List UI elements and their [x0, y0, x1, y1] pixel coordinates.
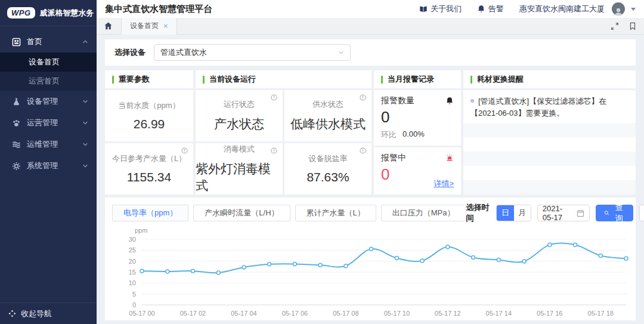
chart-tabs: 电导率（ppm） 产水瞬时流量（L/H） 累计产水量（L） 出口压力（MPa） [112, 205, 466, 221]
about-us-link[interactable]: 关于我们 [419, 4, 462, 14]
card-header: 重要参数 [105, 70, 193, 88]
date-value: 2021-05-17 [543, 204, 574, 222]
query-button[interactable]: 查询 [596, 205, 633, 221]
accent-bar [470, 76, 472, 84]
sidebar-item-label: 设备管理 [27, 96, 76, 107]
route-tabbar: 设备首页 × [97, 18, 644, 35]
svg-text:05-17 14: 05-17 14 [486, 310, 512, 317]
main-content: 选择设备 管道式直饮水 重要参数 当前水质（ppm） 26.99 [97, 35, 644, 324]
account-name[interactable]: 惠安直饮水闽南建工大厦 [519, 4, 605, 14]
accent-bar [203, 76, 205, 84]
bell-icon [445, 97, 454, 105]
sidebar: WPG 威派格智慧水务 首页 设备首页 运营首页 设备管理 [0, 0, 97, 324]
alarm-detail-link[interactable]: 详情> [434, 178, 454, 189]
sidebar-item-label: 首页 [27, 36, 76, 47]
waves-icon [12, 140, 21, 149]
device-select-dropdown[interactable]: 管道式直饮水 [154, 44, 351, 61]
svg-text:30: 30 [129, 236, 136, 243]
metric-label: 设备脱盐率 [309, 153, 348, 164]
sidebar-item-label: 设备首页 [29, 57, 60, 67]
tab-device-home[interactable]: 设备首页 × [121, 18, 177, 35]
metric-value: 紫外灯消毒模式 [196, 161, 283, 194]
tab-total-output[interactable]: 累计产水量（L） [295, 205, 376, 221]
sidebar-item-system-mgmt[interactable]: 系统管理 [0, 155, 97, 177]
metric-label: 当前水质（ppm） [118, 100, 179, 111]
svg-text:0: 0 [132, 301, 136, 308]
time-select-label: 选择时间 [466, 202, 491, 224]
metric-label: 运行状态 [224, 99, 255, 110]
ratio-label: 环比 [381, 129, 397, 140]
tab-instant-flow[interactable]: 产水瞬时流量（L/H） [193, 205, 290, 221]
gear-icon [12, 162, 21, 171]
metric-supply-status: 供水状态 低峰供水模式 [284, 90, 371, 141]
stat-cards: 重要参数 当前水质（ppm） 26.99 今日参考产水量（L） 1155.34 [105, 70, 636, 193]
metric-water-quality: 当前水质（ppm） 26.99 [105, 90, 193, 141]
bookmark-icon[interactable] [628, 22, 637, 30]
date-picker[interactable]: 2021-05-17 [537, 205, 590, 221]
alarm-label: 告警 [488, 4, 504, 14]
info-icon[interactable] [360, 147, 366, 154]
running-row-2: 消毒模式 紫外灯消毒模式 设备脱盐率 87.63% [196, 143, 371, 195]
svg-text:05-17 16: 05-17 16 [537, 310, 562, 317]
svg-text:05-17 02: 05-17 02 [180, 310, 206, 317]
caret-down-icon[interactable] [631, 8, 636, 11]
paw-icon [12, 119, 21, 128]
metric-value: 1155.34 [127, 170, 171, 184]
sidebar-item-home[interactable]: 首页 [0, 31, 97, 53]
alarm-link[interactable]: 告警 [477, 4, 504, 14]
home-icon[interactable] [104, 21, 113, 30]
metric-desalination-rate: 设备脱盐率 87.63% [284, 143, 371, 195]
metric-value: 产水状态 [214, 116, 264, 132]
sidebar-item-device-mgmt[interactable]: 设备管理 [0, 91, 97, 112]
about-us-label: 关于我们 [431, 4, 462, 14]
accent-bar [381, 76, 383, 84]
sidebar-item-device-home[interactable]: 设备首页 [0, 53, 97, 72]
close-icon[interactable]: × [163, 21, 168, 30]
alarm-count-value: 0 [381, 109, 454, 126]
day-toggle-button[interactable]: 日 [497, 205, 513, 221]
search-icon [604, 209, 609, 217]
card-header: 当月报警记录 [374, 70, 461, 88]
top-header: 集中式直饮水智慧管理平台 关于我们 告警 惠安直饮水闽南建工大厦 [97, 0, 644, 18]
info-icon[interactable] [271, 94, 277, 101]
list-row [463, 137, 636, 152]
month-toggle-button[interactable]: 月 [514, 205, 531, 221]
collapse-nav-button[interactable]: 收起导航 [0, 303, 97, 324]
reset-button[interactable]: 重置 [639, 205, 644, 221]
chevron-up-icon [82, 39, 88, 45]
svg-text:ppm: ppm [135, 227, 147, 234]
header-actions: 关于我们 告警 惠安直饮水闽南建工大厦 [419, 2, 636, 16]
conductivity-line-chart: 051015202530ppm05-17 0005-17 0205-17 040… [112, 226, 638, 323]
tabbar-tools [611, 22, 637, 30]
chart-controls: 电导率（ppm） 产水瞬时流量（L/H） 累计产水量（L） 出口压力（MPa） … [112, 202, 628, 224]
sidebar-item-operation-mgmt[interactable]: 运营管理 [0, 112, 97, 134]
sidebar-item-maintenance-mgmt[interactable]: 运维管理 [0, 134, 97, 155]
brand: WPG 威派格智慧水务 [0, 0, 97, 26]
svg-text:25: 25 [129, 246, 136, 254]
sidebar-item-label: 运营管理 [27, 118, 76, 128]
svg-text:05-17 10: 05-17 10 [384, 310, 410, 317]
collapse-icon [8, 310, 16, 317]
info-icon[interactable] [360, 94, 366, 101]
tab-outlet-pressure[interactable]: 出口压力（MPa） [381, 205, 466, 221]
fullscreen-icon[interactable] [611, 22, 619, 30]
info-icon[interactable] [181, 147, 188, 154]
wpg-logo: WPG [7, 7, 35, 18]
avatar[interactable] [612, 2, 625, 16]
metric-value: 低峰供水模式 [290, 116, 366, 132]
list-row [463, 180, 636, 195]
chart-card: 电导率（ppm） 产水瞬时流量（L/H） 累计产水量（L） 出口压力（MPa） … [105, 198, 636, 320]
metric-daily-output: 今日参考产水量（L） 1155.34 [105, 143, 193, 195]
info-icon[interactable] [271, 147, 277, 154]
sidebar-item-operation-home[interactable]: 运营首页 [0, 72, 97, 91]
list-item[interactable]: [管道式直饮水]【保安过滤器滤芯】在【2021-06-03】需要更换。 [463, 90, 636, 123]
device-select-value: 管道式直饮水 [160, 47, 338, 58]
time-controls: 选择时间 日 月 2021-05-17 查询 [466, 202, 644, 224]
bell-icon [477, 5, 485, 13]
svg-text:05-17 08: 05-17 08 [333, 310, 358, 317]
home-submenu: 设备首页 运营首页 [0, 53, 97, 91]
metric-value: 87.63% [306, 170, 349, 184]
chevron-down-icon [82, 163, 88, 169]
dashboard-icon [12, 38, 21, 47]
tab-conductivity[interactable]: 电导率（ppm） [112, 205, 188, 221]
